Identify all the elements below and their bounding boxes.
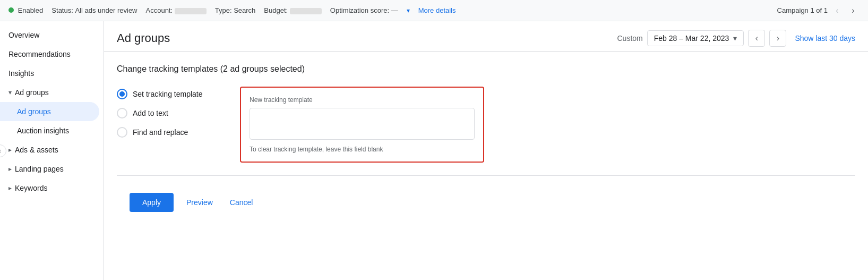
- top-bar: Enabled Status: All ads under review Acc…: [0, 0, 868, 21]
- sidebar-item-recommendations-label: Recommendations: [8, 50, 71, 58]
- cancel-button[interactable]: Cancel: [226, 193, 257, 212]
- apply-button[interactable]: Apply: [130, 193, 174, 212]
- status-value: All ads under review: [75, 6, 137, 14]
- form-content: Change tracking templates (2 ad groups s…: [104, 52, 868, 233]
- sidebar-item-overview-label: Overview: [8, 31, 39, 39]
- sidebar-item-auction-insights-label: Auction insights: [17, 126, 69, 135]
- campaign-next-button[interactable]: ›: [847, 4, 860, 17]
- status-section: Status: All ads under review: [51, 6, 137, 14]
- sidebar-item-ads-assets[interactable]: ▸ Ads & assets: [0, 140, 99, 159]
- budget-value: [290, 8, 322, 14]
- radio-set-tracking-label: Set tracking template: [133, 90, 203, 98]
- template-box-label: New tracking template: [250, 96, 475, 104]
- campaign-prev-button[interactable]: ‹: [831, 4, 844, 17]
- action-bar: Apply Preview Cancel: [117, 184, 855, 220]
- main-layout: ‹ Overview Recommendations Insights ▾ Ad…: [0, 21, 868, 280]
- preview-button[interactable]: Preview: [182, 193, 217, 212]
- enabled-dot: [8, 7, 14, 13]
- ads-assets-expand-icon: ▸: [8, 146, 12, 154]
- sidebar-item-landing-pages-label: Landing pages: [15, 165, 64, 173]
- date-range-selector[interactable]: Feb 28 – Mar 22, 2023 ▾: [647, 30, 744, 46]
- radio-find-replace-circle: [117, 127, 127, 138]
- sidebar-item-ad-groups-group-label: Ad groups: [15, 88, 49, 97]
- account-value: [175, 8, 207, 14]
- status-prefix: Status:: [51, 6, 73, 14]
- optimization-section: Optimization score: —: [330, 6, 398, 14]
- budget-section: Budget:: [264, 6, 321, 14]
- campaign-nav: Campaign 1 of 1 ‹ ›: [777, 4, 860, 17]
- sidebar-item-ad-groups-group[interactable]: ▾ Ad groups: [0, 83, 99, 102]
- radio-set-tracking-circle: [117, 89, 127, 99]
- radio-group: Set tracking template Add to text Find a…: [117, 87, 223, 138]
- radio-add-to-text-circle: [117, 108, 127, 118]
- type-section: Type: Search: [215, 6, 256, 14]
- enabled-label: Enabled: [18, 6, 44, 14]
- tracking-template-input[interactable]: [250, 108, 475, 140]
- sidebar-item-recommendations[interactable]: Recommendations: [0, 45, 99, 64]
- ad-groups-collapse-icon: ▾: [8, 89, 12, 96]
- date-custom-label: Custom: [617, 34, 642, 43]
- sidebar-item-ads-assets-label: Ads & assets: [15, 146, 58, 154]
- date-dropdown-icon: ▾: [733, 34, 737, 43]
- content-area: Ad groups Custom Feb 28 – Mar 22, 2023 ▾…: [104, 21, 868, 280]
- optimization-prefix: Optimization score:: [330, 6, 389, 14]
- sidebar-item-keywords-label: Keywords: [15, 184, 47, 192]
- landing-pages-expand-icon: ▸: [8, 165, 12, 173]
- show-last-30-link[interactable]: Show last 30 days: [795, 34, 855, 43]
- optimization-value: —: [391, 6, 398, 14]
- type-prefix: Type:: [215, 6, 232, 14]
- form-divider: [117, 175, 855, 176]
- radio-set-tracking[interactable]: Set tracking template: [117, 89, 223, 99]
- sidebar-item-landing-pages[interactable]: ▸ Landing pages: [0, 159, 99, 179]
- sidebar: ‹ Overview Recommendations Insights ▾ Ad…: [0, 21, 104, 280]
- date-prev-button[interactable]: ‹: [748, 30, 765, 47]
- account-section: Account:: [146, 6, 207, 14]
- sidebar-item-keywords[interactable]: ▸ Keywords: [0, 179, 99, 198]
- sidebar-item-insights[interactable]: Insights: [0, 64, 99, 83]
- template-box: New tracking template To clear tracking …: [240, 87, 484, 163]
- sidebar-item-overview[interactable]: Overview: [0, 26, 99, 45]
- radio-find-replace-label: Find and replace: [133, 128, 188, 137]
- type-value: Search: [234, 6, 255, 14]
- form-title: Change tracking templates (2 ad groups s…: [117, 64, 855, 74]
- radio-find-replace[interactable]: Find and replace: [117, 127, 223, 138]
- keywords-expand-icon: ▸: [8, 184, 12, 192]
- sidebar-item-auction-insights[interactable]: Auction insights: [0, 121, 99, 140]
- form-body: Set tracking template Add to text Find a…: [117, 87, 855, 163]
- optimization-dropdown-icon[interactable]: ▾: [407, 7, 410, 14]
- sidebar-item-ad-groups[interactable]: Ad groups: [0, 102, 99, 121]
- budget-prefix: Budget:: [264, 6, 288, 14]
- sidebar-item-insights-label: Insights: [8, 69, 34, 78]
- radio-add-to-text-label: Add to text: [133, 109, 168, 117]
- enabled-indicator: Enabled: [8, 6, 43, 14]
- page-title: Ad groups: [117, 31, 617, 45]
- sidebar-item-ad-groups-label: Ad groups: [17, 107, 51, 116]
- content-header: Ad groups Custom Feb 28 – Mar 22, 2023 ▾…: [104, 21, 868, 52]
- date-range-value: Feb 28 – Mar 22, 2023: [654, 34, 729, 43]
- account-prefix: Account:: [146, 6, 173, 14]
- radio-add-to-text[interactable]: Add to text: [117, 108, 223, 118]
- date-nav: Custom Feb 28 – Mar 22, 2023 ▾ ‹ › Show …: [617, 30, 855, 47]
- campaign-nav-label: Campaign 1 of 1: [777, 6, 828, 14]
- more-details-link[interactable]: More details: [418, 6, 456, 14]
- template-hint: To clear tracking template, leave this f…: [250, 146, 475, 153]
- date-next-button[interactable]: ›: [769, 30, 786, 47]
